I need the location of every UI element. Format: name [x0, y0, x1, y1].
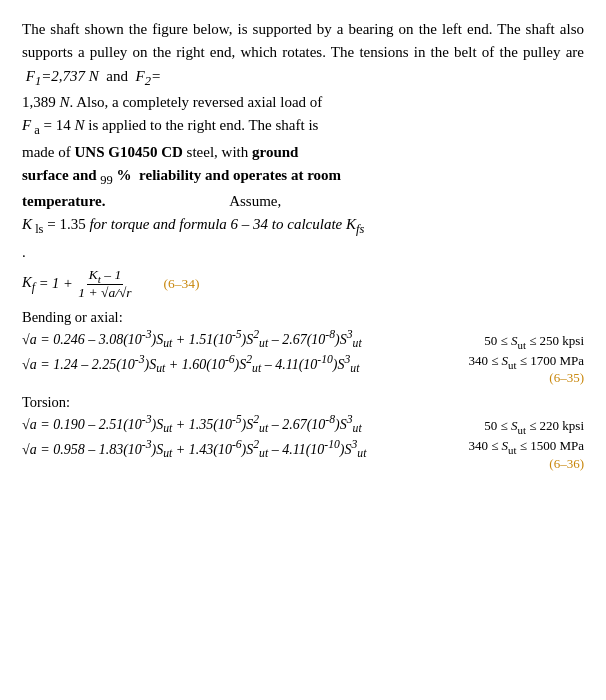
temperature-line: temperature. — [22, 193, 105, 209]
torsion-section: Torsion: √a = 0.190 – 2.51(10-3)Sut + 1.… — [22, 394, 584, 471]
torsion-eq2-row: √a = 0.958 – 1.83(10-3)Sut + 1.43(10-6)S… — [22, 438, 584, 472]
F1-symbol: F1=2,737 N — [26, 68, 99, 84]
torsion-eq2: √a = 0.958 – 1.83(10-3)Sut + 1.43(10-6)S… — [22, 438, 366, 460]
bending-eq1: √a = 0.246 – 3.08(10-3)Sut + 1.51(10-5)S… — [22, 328, 362, 350]
bending-title: Bending or axial: — [22, 309, 584, 326]
kf-numerator: Kt – 1 — [87, 267, 123, 286]
torsion-eq1-row: √a = 0.190 – 2.51(10-3)Sut + 1.35(10-5)S… — [22, 413, 584, 435]
Fa-line: F a = 14 N is applied to the right end. … — [22, 117, 318, 133]
and-text: and — [106, 68, 128, 84]
kf-formula-block: Kf = 1 + Kt – 1 1 + √a/√r (6–34) — [22, 267, 584, 302]
kf-equation: Kf = 1 + Kt – 1 1 + √a/√r — [22, 267, 134, 302]
kf-fraction: Kt – 1 1 + √a/√r — [76, 267, 133, 302]
torsion-title: Torsion: — [22, 394, 584, 411]
dot-separator: . — [22, 244, 584, 261]
torsion-eq2-right: 340 ≤ Sut ≤ 1500 MPa (6–36) — [464, 438, 584, 472]
kf-denominator: 1 + √a/√r — [76, 285, 133, 301]
assume-text: Assume, — [229, 193, 281, 209]
material-line: made of UNS G10450 CD steel, with ground — [22, 144, 298, 160]
bending-eq2-row: √a = 1.24 – 2.25(10-3)Sut + 1.60(10-6)S2… — [22, 353, 584, 387]
bending-eq2-right: 340 ≤ Sut ≤ 1700 MPa (6–35) — [464, 353, 584, 387]
with-word: with — [222, 144, 249, 160]
F2-symbol: F2= — [135, 68, 161, 84]
F2-value: 1,389 N. Also, a completely reversed axi… — [22, 94, 322, 110]
bending-eq2: √a = 1.24 – 2.25(10-3)Sut + 1.60(10-6)S2… — [22, 353, 359, 375]
bending-eq1-row: √a = 0.246 – 3.08(10-3)Sut + 1.51(10-5)S… — [22, 328, 584, 350]
reliability-line: surface and 99 % reliability and operate… — [22, 167, 341, 183]
torsion-eq1-range: 50 ≤ Sut ≤ 220 kpsi — [464, 418, 584, 436]
bending-section: Bending or axial: √a = 0.246 – 3.08(10-3… — [22, 309, 584, 386]
ref-636: (6–36) — [549, 456, 584, 471]
Kis-line: K ls = 1.35 for torque and formula 6 – 3… — [22, 216, 364, 232]
ref-635: (6–35) — [549, 370, 584, 385]
torsion-eq1: √a = 0.190 – 2.51(10-3)Sut + 1.35(10-5)S… — [22, 413, 362, 435]
eq-ref-634: (6–34) — [164, 276, 200, 292]
text-intro: The shaft shown the figure below, is sup… — [22, 21, 584, 60]
main-paragraph: The shaft shown the figure below, is sup… — [22, 18, 584, 240]
bending-eq1-range: 50 ≤ Sut ≤ 250 kpsi — [464, 333, 584, 351]
